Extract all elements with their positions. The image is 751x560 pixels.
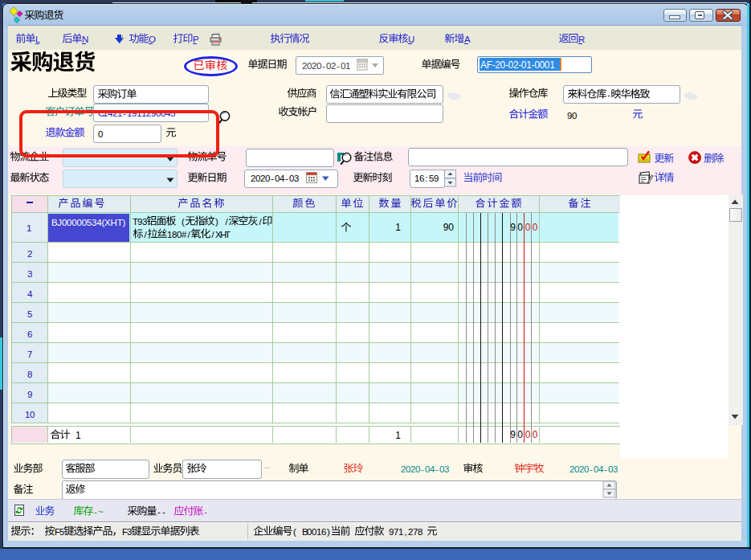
- svg-text:4: 4: [27, 289, 33, 299]
- svg-text:U: U: [408, 35, 414, 44]
- svg-text:6: 6: [27, 329, 32, 339]
- svg-text:O: O: [149, 35, 156, 44]
- svg-text:N: N: [82, 35, 88, 44]
- svg-text:90: 90: [567, 111, 577, 121]
- svg-text:--: --: [157, 507, 165, 517]
- svg-text:2020-04-03: 2020-04-03: [401, 464, 449, 474]
- svg-text:2: 2: [27, 249, 32, 259]
- svg-text:9: 9: [27, 390, 32, 399]
- svg-text:R: R: [578, 35, 585, 44]
- svg-text:7: 7: [27, 349, 32, 359]
- svg-text:10: 10: [25, 410, 35, 419]
- svg-text:2020-02-01: 2020-02-01: [302, 61, 350, 71]
- svg-text:2020-04-03: 2020-04-03: [569, 464, 618, 474]
- svg-text:-: -: [204, 507, 207, 517]
- svg-text:16:59: 16:59: [414, 174, 439, 183]
- svg-text:8: 8: [27, 370, 32, 379]
- svg-text:P: P: [193, 35, 199, 44]
- svg-text:-: -: [607, 90, 610, 100]
- svg-text:L: L: [35, 35, 41, 44]
- svg-text:2020-04-03: 2020-04-03: [251, 174, 299, 183]
- svg-text:5: 5: [27, 309, 32, 319]
- svg-text:1: 1: [27, 223, 31, 233]
- svg-text:3: 3: [27, 269, 32, 279]
- svg-text:-~: -~: [94, 507, 104, 517]
- svg-text:A: A: [464, 35, 471, 44]
